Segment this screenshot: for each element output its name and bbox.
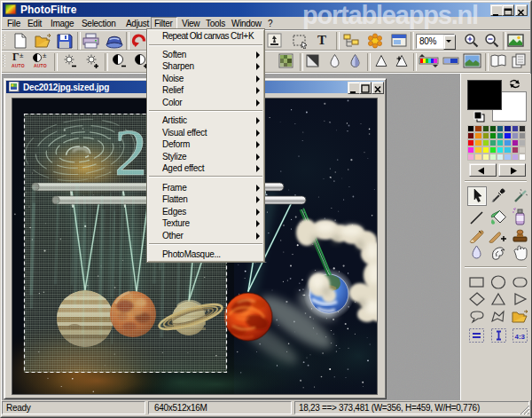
svg-text:4:3: 4:3: [515, 333, 526, 341]
